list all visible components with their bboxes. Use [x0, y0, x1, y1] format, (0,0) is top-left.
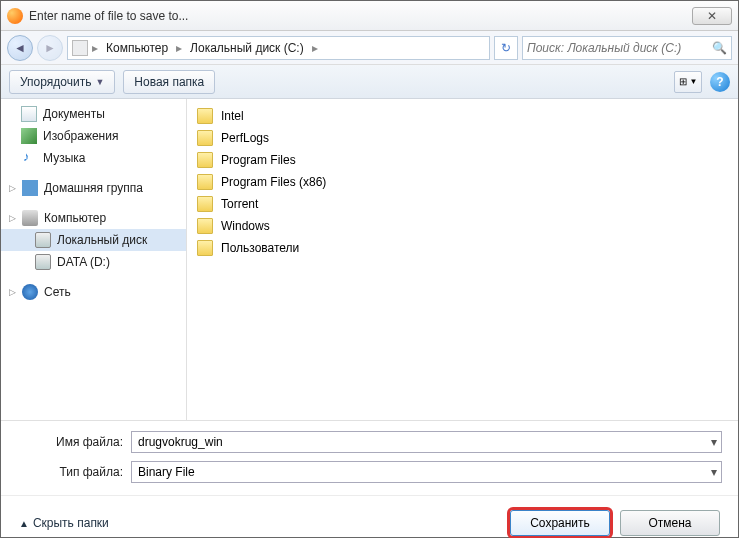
chevron-down-icon: ▼ — [690, 77, 698, 86]
folder-icon — [197, 218, 213, 234]
file-name: Torrent — [221, 197, 258, 211]
file-name: Windows — [221, 219, 270, 233]
file-name: Program Files (x86) — [221, 175, 326, 189]
filename-label: Имя файла: — [25, 435, 131, 449]
view-options-button[interactable]: ⊞ ▼ — [674, 71, 702, 93]
footer: ▲ Скрыть папки Сохранить Отмена — [1, 495, 738, 538]
file-name: Пользователи — [221, 241, 299, 255]
computer-icon — [22, 210, 38, 226]
filetype-label: Тип файла: — [25, 465, 131, 479]
folder-icon — [197, 152, 213, 168]
breadcrumb-seg-drive[interactable]: Локальный диск (C:) — [186, 41, 308, 55]
help-button[interactable]: ? — [710, 72, 730, 92]
folder-icon — [197, 174, 213, 190]
file-name: Intel — [221, 109, 244, 123]
tree-item-music[interactable]: Музыка — [1, 147, 186, 169]
close-button[interactable]: ✕ — [692, 7, 732, 25]
tree-item-network[interactable]: ▷Сеть — [1, 281, 186, 303]
file-item[interactable]: PerfLogs — [195, 127, 730, 149]
file-item[interactable]: Пользователи — [195, 237, 730, 259]
search-box[interactable]: 🔍 — [522, 36, 732, 60]
filetype-row: Тип файла: Binary File ▾ — [25, 461, 722, 483]
chevron-right-icon: ▸ — [90, 41, 100, 55]
tree-item-computer[interactable]: ▷Компьютер — [1, 207, 186, 229]
filename-row: Имя файла: ▾ — [25, 431, 722, 453]
breadcrumb[interactable]: ▸ Компьютер ▸ Локальный диск (C:) ▸ — [67, 36, 490, 60]
filetype-select[interactable]: Binary File ▾ — [131, 461, 722, 483]
tree-item-local-disk[interactable]: Локальный диск — [1, 229, 186, 251]
expand-icon: ▷ — [9, 183, 16, 193]
file-item[interactable]: Program Files (x86) — [195, 171, 730, 193]
tree-item-homegroup[interactable]: ▷Домашняя группа — [1, 177, 186, 199]
tree-item-documents[interactable]: Документы — [1, 103, 186, 125]
chevron-down-icon[interactable]: ▾ — [711, 465, 717, 479]
refresh-button[interactable]: ↻ — [494, 36, 518, 60]
tree-item-images[interactable]: Изображения — [1, 125, 186, 147]
file-list[interactable]: IntelPerfLogsProgram FilesProgram Files … — [187, 99, 738, 420]
file-name: Program Files — [221, 153, 296, 167]
new-folder-label: Новая папка — [134, 75, 204, 89]
filename-input[interactable] — [138, 435, 715, 449]
expand-icon: ▷ — [9, 213, 16, 223]
hide-folders-label: Скрыть папки — [33, 516, 109, 530]
drive-icon — [72, 40, 88, 56]
nav-row: ◄ ► ▸ Компьютер ▸ Локальный диск (C:) ▸ … — [1, 31, 738, 65]
save-button[interactable]: Сохранить — [510, 510, 610, 536]
firefox-icon — [7, 8, 23, 24]
file-item[interactable]: Windows — [195, 215, 730, 237]
organize-label: Упорядочить — [20, 75, 91, 89]
file-item[interactable]: Torrent — [195, 193, 730, 215]
cancel-button[interactable]: Отмена — [620, 510, 720, 536]
window-title: Enter name of file to save to... — [29, 9, 692, 23]
back-button[interactable]: ◄ — [7, 35, 33, 61]
body-area: Документы Изображения Музыка ▷Домашняя г… — [1, 99, 738, 421]
folder-icon — [197, 130, 213, 146]
tree-item-data-disk[interactable]: DATA (D:) — [1, 251, 186, 273]
file-item[interactable]: Program Files — [195, 149, 730, 171]
drive-icon — [35, 232, 51, 248]
filetype-value: Binary File — [138, 465, 195, 479]
file-item[interactable]: Intel — [195, 105, 730, 127]
filename-control[interactable]: ▾ — [131, 431, 722, 453]
search-icon: 🔍 — [712, 41, 727, 55]
expand-icon: ▷ — [9, 287, 16, 297]
forward-button[interactable]: ► — [37, 35, 63, 61]
fields-area: Имя файла: ▾ Тип файла: Binary File ▾ — [1, 421, 738, 495]
new-folder-button[interactable]: Новая папка — [123, 70, 215, 94]
chevron-down-icon[interactable]: ▾ — [711, 435, 717, 449]
folder-icon — [197, 240, 213, 256]
chevron-right-icon: ▸ — [174, 41, 184, 55]
network-icon — [22, 284, 38, 300]
drive-icon — [35, 254, 51, 270]
folder-icon — [197, 196, 213, 212]
breadcrumb-seg-computer[interactable]: Компьютер — [102, 41, 172, 55]
image-icon — [21, 128, 37, 144]
homegroup-icon — [22, 180, 38, 196]
document-icon — [21, 106, 37, 122]
search-input[interactable] — [527, 41, 712, 55]
organize-button[interactable]: Упорядочить ▼ — [9, 70, 115, 94]
toolbar: Упорядочить ▼ Новая папка ⊞ ▼ ? — [1, 65, 738, 99]
file-name: PerfLogs — [221, 131, 269, 145]
nav-tree[interactable]: Документы Изображения Музыка ▷Домашняя г… — [1, 99, 187, 420]
folder-icon — [197, 108, 213, 124]
chevron-down-icon: ▼ — [95, 77, 104, 87]
view-icon: ⊞ — [679, 76, 687, 87]
chevron-right-icon: ▸ — [310, 41, 320, 55]
save-file-dialog: Enter name of file to save to... ✕ ◄ ► ▸… — [0, 0, 739, 538]
titlebar: Enter name of file to save to... ✕ — [1, 1, 738, 31]
hide-folders-button[interactable]: ▲ Скрыть папки — [19, 516, 109, 530]
chevron-up-icon: ▲ — [19, 518, 29, 529]
music-icon — [21, 150, 37, 166]
